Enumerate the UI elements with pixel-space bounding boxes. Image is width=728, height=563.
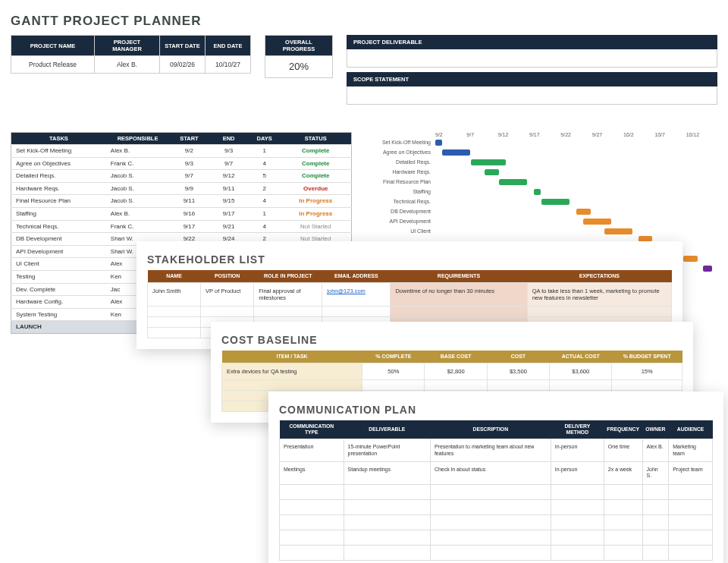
comm-cell[interactable]: Alex B.: [642, 439, 669, 462]
email-link[interactable]: john@123.com: [327, 288, 366, 294]
task-cell[interactable]: Detailed Reqs.: [11, 170, 106, 183]
task-cell[interactable]: Jacob S.: [106, 170, 170, 183]
comm-cell[interactable]: [280, 545, 344, 560]
task-cell[interactable]: Jacob S.: [106, 182, 170, 195]
cost-row[interactable]: [222, 380, 682, 391]
cost-cell[interactable]: $3,600: [550, 363, 612, 380]
task-cell[interactable]: Set Kick-Off Meeting: [11, 145, 106, 158]
deliverable-body[interactable]: [347, 49, 717, 68]
comm-cell[interactable]: [669, 530, 713, 545]
comm-cell[interactable]: John S.: [642, 462, 669, 485]
comm-cell[interactable]: One time: [604, 439, 642, 462]
comm-cell[interactable]: [642, 499, 669, 514]
task-cell[interactable]: System Testing: [11, 308, 106, 321]
task-cell[interactable]: Complete: [281, 157, 352, 170]
stake-row[interactable]: [148, 307, 672, 317]
task-cell[interactable]: 9/16: [169, 207, 209, 220]
task-cell[interactable]: Agree on Objectives: [11, 157, 106, 170]
scope-body[interactable]: [347, 86, 717, 105]
task-row[interactable]: StaffingAlex B.9/169/171In Progress: [11, 207, 352, 220]
comm-row[interactable]: [280, 484, 713, 499]
comm-cell[interactable]: [604, 514, 642, 530]
task-cell[interactable]: 9/7: [209, 157, 249, 170]
task-cell[interactable]: Final Resource Plan: [11, 195, 106, 208]
comm-cell[interactable]: [642, 484, 669, 499]
comm-cell[interactable]: [280, 514, 344, 530]
task-row[interactable]: Final Resource PlanJacob S.9/119/154In P…: [11, 195, 352, 208]
comm-cell[interactable]: [430, 484, 551, 499]
cost-cell[interactable]: Extra devices for QA testing: [222, 363, 362, 380]
task-cell[interactable]: 9/3: [209, 145, 249, 158]
comm-cell[interactable]: Presentation to marketing team about new…: [430, 439, 551, 462]
comm-cell[interactable]: [642, 530, 669, 545]
task-cell[interactable]: 9/21: [209, 220, 249, 233]
task-cell[interactable]: Complete: [281, 170, 352, 183]
stake-cell[interactable]: Downtime of no longer than 30 minutes: [391, 283, 527, 307]
stake-cell[interactable]: John Smith: [148, 283, 201, 307]
task-cell[interactable]: 4: [249, 220, 281, 233]
comm-cell[interactable]: [430, 530, 551, 545]
comm-cell[interactable]: [430, 514, 551, 530]
task-cell[interactable]: 9/9: [169, 182, 209, 195]
comm-cell[interactable]: [551, 514, 604, 530]
task-row[interactable]: Set Kick-Off MeetingAlex B.9/29/31Comple…: [11, 145, 352, 158]
comm-cell[interactable]: [551, 499, 604, 514]
task-cell[interactable]: LAUNCH: [11, 321, 106, 334]
task-cell[interactable]: In Progress: [281, 195, 352, 208]
task-cell[interactable]: 1: [249, 145, 281, 158]
comm-cell[interactable]: Marketing team: [669, 439, 713, 462]
comm-cell[interactable]: Project team: [669, 462, 713, 485]
comm-cell[interactable]: Standup meetings: [344, 462, 430, 485]
task-cell[interactable]: Hardware Config.: [11, 296, 106, 309]
comm-cell[interactable]: In-person: [551, 439, 604, 462]
task-cell[interactable]: 5: [249, 170, 281, 183]
comm-cell[interactable]: 2x a week: [604, 462, 642, 485]
task-cell[interactable]: 9/11: [169, 195, 209, 208]
task-cell[interactable]: Testing: [11, 270, 106, 283]
task-cell[interactable]: 4: [249, 157, 281, 170]
task-cell[interactable]: Alex B.: [106, 207, 170, 220]
meta-v-1[interactable]: Alex B.: [95, 56, 160, 74]
cost-row[interactable]: Extra devices for QA testing 50% $2,800 …: [222, 363, 682, 380]
comm-cell[interactable]: [669, 484, 713, 499]
task-cell[interactable]: Complete: [281, 145, 352, 158]
task-cell[interactable]: Dev. Complete: [11, 283, 106, 296]
comm-cell[interactable]: [344, 484, 430, 499]
stake-row[interactable]: John Smith VP of Product Final approval …: [148, 283, 672, 307]
task-cell[interactable]: Overdue: [281, 182, 352, 195]
comm-row[interactable]: [280, 499, 713, 514]
task-cell[interactable]: DB Development: [11, 233, 106, 246]
task-cell[interactable]: Frank C.: [106, 157, 170, 170]
comm-row[interactable]: [280, 545, 713, 560]
task-cell[interactable]: Alex B.: [106, 145, 170, 158]
comm-cell[interactable]: [604, 484, 642, 499]
comm-cell[interactable]: [604, 499, 642, 514]
comm-cell[interactable]: [551, 530, 604, 545]
task-row[interactable]: Technical Reqs.Frank C.9/179/214Not Star…: [11, 220, 352, 233]
task-cell[interactable]: Jacob S.: [106, 195, 170, 208]
comm-cell[interactable]: [551, 545, 604, 560]
task-row[interactable]: Detailed Reqs.Jacob S.9/79/125Complete: [11, 170, 352, 183]
comm-cell[interactable]: [642, 545, 669, 560]
task-cell[interactable]: 2: [249, 182, 281, 195]
task-cell[interactable]: 4: [249, 195, 281, 208]
meta-v-3[interactable]: 10/10/27: [206, 56, 251, 74]
task-cell[interactable]: Technical Reqs.: [11, 220, 106, 233]
comm-cell[interactable]: [344, 530, 430, 545]
comm-row[interactable]: Presentation15-minute PowerPoint present…: [280, 439, 713, 462]
comm-cell[interactable]: [280, 484, 344, 499]
task-cell[interactable]: 9/17: [209, 207, 249, 220]
comm-cell[interactable]: [669, 499, 713, 514]
comm-cell[interactable]: In-person: [551, 462, 604, 485]
task-cell[interactable]: 9/11: [209, 182, 249, 195]
comm-cell[interactable]: Presentation: [280, 439, 344, 462]
cost-cell[interactable]: 15%: [612, 363, 682, 380]
task-cell[interactable]: 9/7: [169, 170, 209, 183]
stake-cell[interactable]: VP of Product: [201, 283, 254, 307]
meta-v-2[interactable]: 09/02/26: [160, 56, 206, 74]
comm-cell[interactable]: [604, 545, 642, 560]
comm-cell[interactable]: [551, 484, 604, 499]
meta-v-0[interactable]: Product Release: [11, 56, 95, 74]
task-cell[interactable]: 1: [249, 207, 281, 220]
task-row[interactable]: Agree on ObjectivesFrank C.9/39/74Comple…: [11, 157, 352, 170]
